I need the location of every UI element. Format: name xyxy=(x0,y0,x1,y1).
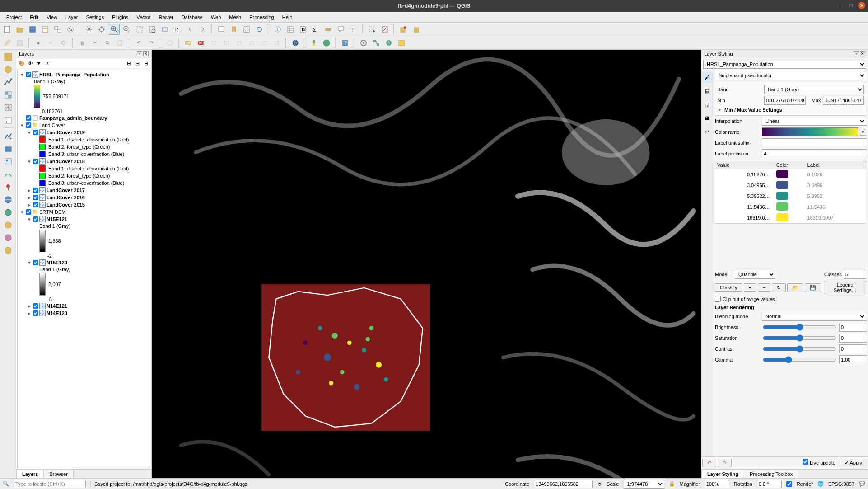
table-row[interactable]: 5.39522…5.3952 xyxy=(715,191,866,202)
label-tool4-icon[interactable]: ⬚ xyxy=(246,38,257,48)
locator-input[interactable] xyxy=(14,480,86,488)
close-icon[interactable]: ✕ xyxy=(858,2,865,9)
decorations-icon[interactable] xyxy=(398,24,409,35)
gamma-input[interactable] xyxy=(839,355,866,364)
menu-settings[interactable]: Settings xyxy=(82,14,107,21)
map-canvas[interactable] xyxy=(152,50,701,478)
contrast-input[interactable] xyxy=(839,344,866,353)
panel-close-icon[interactable]: ✕ xyxy=(143,51,149,56)
redo-style-button[interactable]: ↷ xyxy=(718,459,732,467)
menu-help[interactable]: Help xyxy=(279,14,296,21)
messages-icon[interactable]: 💬 xyxy=(859,481,865,487)
deselect-icon[interactable] xyxy=(379,24,390,35)
max-input[interactable] xyxy=(823,96,864,105)
print-layout-icon[interactable] xyxy=(40,24,51,35)
layer-filter-icon[interactable]: 👁 xyxy=(27,60,34,67)
map-canvas-area[interactable] xyxy=(152,50,701,478)
suffix-input[interactable] xyxy=(762,138,866,147)
pan-icon[interactable] xyxy=(84,24,94,35)
classify-button[interactable]: Classify xyxy=(715,283,742,292)
menu-raster[interactable]: Raster xyxy=(155,14,177,21)
maximize-icon[interactable]: □ xyxy=(847,2,854,9)
load-colormap-button[interactable]: ↻ xyxy=(772,283,786,292)
classify-table[interactable]: ValueColorLabel 0.10276…0.10283.04955…3.… xyxy=(715,161,866,224)
lock-icon[interactable]: 🔒 xyxy=(669,481,675,487)
menu-project[interactable]: Project xyxy=(3,14,25,21)
layer-check-lc2018[interactable] xyxy=(33,159,38,164)
add-class-button[interactable]: + xyxy=(744,283,756,292)
panel-undock-icon[interactable]: ▫ xyxy=(854,51,859,56)
label-tool5-icon[interactable]: ⬚ xyxy=(259,38,270,48)
blend-select[interactable]: Normal xyxy=(762,312,866,321)
save-file-button[interactable]: 💾 xyxy=(805,283,821,292)
coord-input[interactable] xyxy=(534,480,593,488)
new-spatialite-icon[interactable] xyxy=(3,144,14,155)
layer-expand-icon[interactable]: ⊞ xyxy=(125,60,132,67)
label-abc2-icon[interactable]: abc xyxy=(196,38,206,48)
min-input[interactable] xyxy=(764,96,806,105)
layer-check-hrsl[interactable] xyxy=(26,72,31,77)
layers-tree[interactable]: ▾HRSL_Pampanga_Population Band 1 (Gray) … xyxy=(17,70,150,468)
osm-icon[interactable] xyxy=(321,38,332,48)
layer-expr-icon[interactable]: ε xyxy=(44,60,51,67)
table-row[interactable]: 11.5436…11.5436 xyxy=(715,202,866,212)
layer-lc2016[interactable]: LandCover 2016 xyxy=(47,195,85,200)
tab-layer-styling[interactable]: Layer Styling xyxy=(701,470,744,478)
layer-lc2018[interactable]: LandCover 2018 xyxy=(47,159,85,164)
magnifier-input[interactable] xyxy=(705,480,729,488)
layer-check-n15e121[interactable] xyxy=(33,216,38,222)
menu-processing[interactable]: Processing xyxy=(246,14,277,21)
new-geopackage2-icon[interactable] xyxy=(3,156,14,167)
layer-check-lc2019[interactable] xyxy=(33,130,38,135)
field-calculator-icon[interactable]: fx xyxy=(298,24,308,35)
live-update-checkbox[interactable] xyxy=(803,459,808,465)
remove-class-button[interactable]: − xyxy=(758,283,770,292)
python-icon[interactable] xyxy=(308,38,319,48)
copy-icon[interactable]: ⧉ xyxy=(102,38,113,48)
layer-check-n14e120[interactable] xyxy=(33,310,38,316)
panel-close-icon[interactable]: ✕ xyxy=(860,51,865,56)
histogram-tab-icon[interactable]: 📊 xyxy=(702,99,713,110)
zoom-selection-icon[interactable] xyxy=(147,24,158,35)
label-tool2-icon[interactable]: ⬚ xyxy=(221,38,232,48)
crs-label[interactable]: EPSG:3857 xyxy=(828,481,854,487)
tab-processing-toolbox[interactable]: Processing Toolbox xyxy=(744,470,798,478)
clip-checkbox[interactable] xyxy=(715,296,721,302)
zoom-full-icon[interactable] xyxy=(134,24,145,35)
renderer-select[interactable]: Singleband pseudocolor xyxy=(715,71,866,80)
add-wms-icon[interactable] xyxy=(3,194,14,205)
table-row[interactable]: 3.04955…3.0496 xyxy=(715,180,866,191)
minimize-icon[interactable]: — xyxy=(836,2,844,9)
help-icon[interactable]: ? xyxy=(340,38,350,48)
layer-check-lc2016[interactable] xyxy=(33,195,38,200)
crs-icon[interactable]: 🌐 xyxy=(817,481,824,487)
decorations2-icon[interactable] xyxy=(411,24,421,35)
render-checkbox[interactable] xyxy=(786,480,792,488)
layer-lc2019[interactable]: LandCover 2019 xyxy=(47,130,85,135)
menu-vector[interactable]: Vector xyxy=(133,14,154,21)
mode-select[interactable]: Quantile xyxy=(735,270,775,279)
add-wcs-icon[interactable] xyxy=(3,220,14,230)
layer-collapse-icon[interactable]: ⊟ xyxy=(134,60,141,67)
label-tool3-icon[interactable]: ⬚ xyxy=(233,38,244,48)
menu-web[interactable]: Web xyxy=(207,14,224,21)
add-feature-icon[interactable]: ● xyxy=(33,38,44,48)
saturation-slider[interactable] xyxy=(763,334,836,342)
processing-model-icon[interactable] xyxy=(371,38,382,48)
srtm-group[interactable]: SRTM DEM xyxy=(39,209,65,215)
zoom-in-icon[interactable] xyxy=(109,24,120,35)
statistics-icon[interactable]: Σ xyxy=(310,24,321,35)
precision-input[interactable] xyxy=(762,149,866,158)
layer-lc2015[interactable]: LandCover 2015 xyxy=(47,202,85,207)
layer-check-srtm-group[interactable] xyxy=(26,209,31,215)
layer-n14e120[interactable]: N14E120 xyxy=(47,310,67,316)
refresh-icon[interactable] xyxy=(254,24,265,35)
add-raster-icon[interactable] xyxy=(3,89,14,100)
brightness-input[interactable] xyxy=(839,323,866,332)
save-project-icon[interactable] xyxy=(27,24,38,35)
rendering-tab-icon[interactable]: 🏔 xyxy=(702,113,713,123)
layer-check-n14e121[interactable] xyxy=(33,303,38,309)
zoom-out-icon[interactable] xyxy=(121,24,132,35)
extents-icon[interactable]: 🖰 xyxy=(597,481,602,487)
menu-database[interactable]: Database xyxy=(178,14,206,21)
